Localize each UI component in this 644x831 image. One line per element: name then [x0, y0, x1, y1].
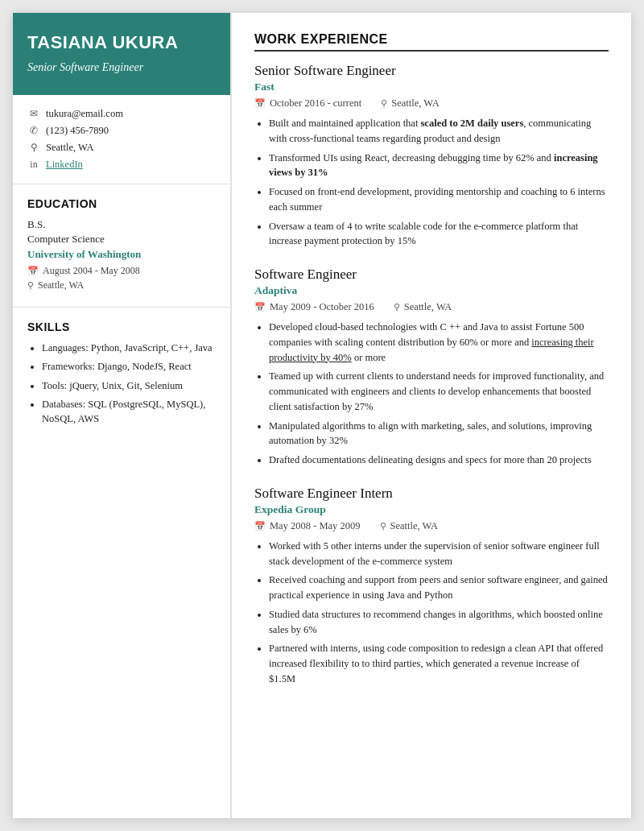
contact-linkedin[interactable]: in LinkedIn	[27, 159, 216, 171]
job-location: ⚲Seattle, WA	[380, 520, 438, 532]
phone-text: (123) 456-7890	[46, 125, 109, 137]
job-location-text: Seattle, WA	[390, 520, 438, 532]
candidate-title: Senior Software Engineer	[27, 60, 216, 76]
job-bullet: Transformed UIs using React, decreasing …	[269, 151, 609, 181]
job-dates-text: October 2016 - current	[270, 97, 361, 110]
job-block: Senior Software EngineerFast📅October 201…	[254, 63, 609, 249]
job-bullets: Worked with 5 other interns under the su…	[254, 539, 609, 687]
job-bullets: Developed cloud-based technologies with …	[254, 320, 609, 468]
edu-location-icon: ⚲	[27, 280, 34, 291]
sidebar-header: TASIANA UKURA Senior Software Engineer	[13, 13, 230, 95]
job-bullet: Studied data structures to recommend cha…	[269, 607, 609, 638]
calendar-icon: 📅	[254, 521, 266, 531]
contact-email: ✉ tukura@email.com	[27, 108, 216, 120]
job-bullets: Built and maintained application that sc…	[254, 116, 609, 249]
calendar-icon: 📅	[254, 302, 266, 312]
job-location-text: Seattle, WA	[391, 97, 439, 110]
location-text: Seattle, WA	[46, 142, 93, 154]
education-title: EDUCATION	[27, 197, 216, 210]
location-icon: ⚲	[27, 142, 40, 154]
job-dates-text: May 2009 - October 2016	[270, 301, 374, 313]
main-content: WORK EXPERIENCE Senior Software Engineer…	[230, 13, 631, 818]
skill-item: Frameworks: Django, NodeJS, React	[42, 360, 216, 374]
phone-icon: ✆	[27, 125, 40, 137]
skill-item: Languages: Python, JavaScript, C++, Java	[42, 341, 216, 356]
job-meta-row: 📅May 2009 - October 2016⚲Seattle, WA	[254, 301, 609, 313]
edu-dates: 📅 August 2004 - May 2008	[27, 265, 216, 277]
location-icon: ⚲	[394, 302, 400, 312]
job-bullet: Manipulated algorithms to align with mar…	[269, 419, 609, 449]
job-company: Expedia Group	[254, 503, 609, 516]
location-icon: ⚲	[380, 521, 386, 531]
linkedin-icon: in	[27, 159, 40, 171]
job-location-text: Seattle, WA	[404, 301, 452, 313]
skills-list: Languages: Python, JavaScript, C++, Java…	[27, 341, 216, 427]
skills-section: SKILLS Languages: Python, JavaScript, C+…	[13, 308, 230, 444]
calendar-icon: 📅	[254, 98, 266, 109]
job-dates: 📅October 2016 - current	[254, 97, 361, 110]
job-dates: 📅May 2009 - October 2016	[254, 301, 374, 313]
job-bullet: Developed cloud-based technologies with …	[269, 320, 609, 365]
job-bullet: Drafted documentations delineating desig…	[269, 453, 609, 468]
job-bullet: Oversaw a team of 4 to write scalable co…	[269, 219, 609, 250]
job-bullet: Worked with 5 other interns under the su…	[269, 539, 609, 569]
job-title: Software Engineer	[254, 267, 609, 283]
education-section: EDUCATION B.S. Computer Science Universi…	[13, 184, 230, 308]
sidebar: TASIANA UKURA Senior Software Engineer ✉…	[13, 13, 230, 818]
email-icon: ✉	[27, 108, 40, 120]
email-text: tukura@email.com	[46, 108, 123, 120]
candidate-name: TASIANA UKURA	[27, 32, 216, 53]
job-dates-text: May 2008 - May 2009	[270, 520, 361, 532]
edu-dates-text: August 2004 - May 2008	[43, 265, 140, 277]
skills-title: SKILLS	[27, 320, 216, 333]
job-bullet: Partnered with interns, using code compo…	[269, 641, 609, 686]
job-block: Software EngineerAdaptiva📅May 2009 - Oct…	[254, 267, 609, 468]
work-experience-title: WORK EXPERIENCE	[254, 32, 609, 52]
job-bullet: Built and maintained application that sc…	[269, 116, 609, 147]
job-dates: 📅May 2008 - May 2009	[254, 520, 361, 532]
linkedin-text[interactable]: LinkedIn	[46, 159, 83, 171]
job-bullet: Focused on front-end development, provid…	[269, 184, 609, 215]
skill-item: Tools: jQuery, Unix, Git, Selenium	[42, 379, 216, 394]
contact-section: ✉ tukura@email.com ✆ (123) 456-7890 ⚲ Se…	[13, 95, 230, 184]
edu-school: University of Washington	[27, 248, 216, 261]
job-location: ⚲Seattle, WA	[381, 97, 439, 110]
location-icon: ⚲	[381, 98, 387, 109]
edu-location-text: Seattle, WA	[38, 279, 84, 291]
jobs-container: Senior Software EngineerFast📅October 201…	[254, 63, 609, 687]
contact-phone: ✆ (123) 456-7890	[27, 125, 216, 137]
calendar-icon: 📅	[27, 266, 39, 276]
skill-item: Databases: SQL (PostgreSQL, MySQL), NoSQ…	[42, 398, 216, 426]
job-block: Software Engineer InternExpedia Group📅Ma…	[254, 486, 609, 687]
job-location: ⚲Seattle, WA	[394, 301, 452, 313]
job-meta-row: 📅October 2016 - current⚲Seattle, WA	[254, 97, 609, 110]
job-company: Fast	[254, 81, 609, 93]
job-title: Senior Software Engineer	[254, 63, 609, 79]
edu-location: ⚲ Seattle, WA	[27, 279, 216, 291]
job-meta-row: 📅May 2008 - May 2009⚲Seattle, WA	[254, 520, 609, 532]
edu-field: Computer Science	[27, 233, 216, 246]
job-bullet: Teamed up with current clients to unders…	[269, 369, 609, 414]
edu-degree: B.S.	[27, 218, 216, 231]
contact-location: ⚲ Seattle, WA	[27, 142, 216, 154]
resume-container: TASIANA UKURA Senior Software Engineer ✉…	[13, 13, 631, 818]
job-title: Software Engineer Intern	[254, 486, 609, 502]
job-company: Adaptiva	[254, 284, 609, 297]
job-bullet: Received coaching and support from peers…	[269, 573, 609, 603]
